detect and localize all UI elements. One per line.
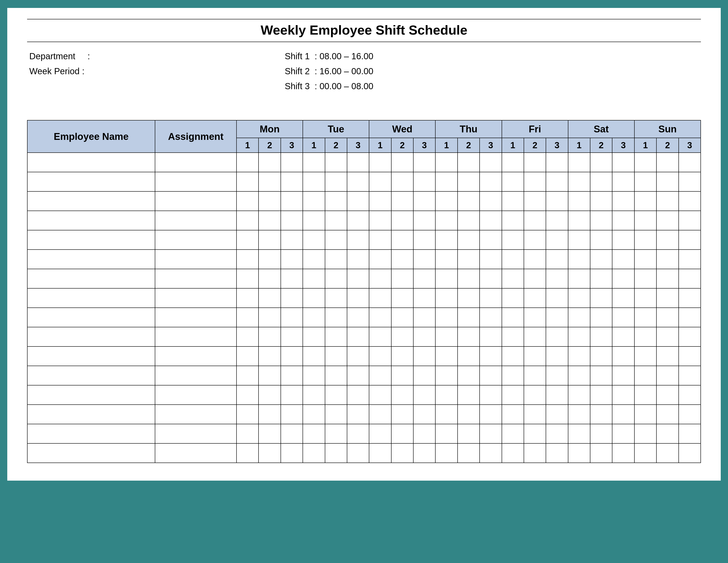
cell-shift[interactable]	[391, 191, 413, 211]
cell-shift[interactable]	[347, 385, 369, 405]
cell-shift[interactable]	[281, 443, 303, 463]
cell-employee[interactable]	[27, 443, 155, 463]
cell-shift[interactable]	[590, 230, 612, 250]
cell-shift[interactable]	[281, 230, 303, 250]
cell-shift[interactable]	[458, 191, 480, 211]
cell-shift[interactable]	[458, 172, 480, 191]
cell-employee[interactable]	[27, 230, 155, 250]
cell-shift[interactable]	[502, 308, 524, 327]
cell-shift[interactable]	[546, 327, 568, 346]
cell-shift[interactable]	[391, 230, 413, 250]
cell-shift[interactable]	[634, 230, 656, 250]
cell-assignment[interactable]	[155, 424, 237, 443]
cell-shift[interactable]	[237, 424, 259, 443]
cell-shift[interactable]	[281, 366, 303, 385]
cell-shift[interactable]	[435, 405, 457, 424]
cell-shift[interactable]	[590, 191, 612, 211]
cell-shift[interactable]	[369, 250, 391, 269]
cell-employee[interactable]	[27, 269, 155, 288]
cell-shift[interactable]	[568, 269, 590, 288]
cell-shift[interactable]	[259, 366, 281, 385]
cell-employee[interactable]	[27, 250, 155, 269]
cell-shift[interactable]	[634, 211, 656, 230]
cell-shift[interactable]	[612, 153, 634, 172]
cell-shift[interactable]	[634, 288, 656, 308]
cell-employee[interactable]	[27, 288, 155, 308]
cell-shift[interactable]	[524, 424, 546, 443]
cell-shift[interactable]	[656, 366, 678, 385]
cell-shift[interactable]	[502, 211, 524, 230]
cell-assignment[interactable]	[155, 250, 237, 269]
cell-shift[interactable]	[480, 327, 502, 346]
cell-shift[interactable]	[634, 346, 656, 366]
cell-shift[interactable]	[325, 308, 347, 327]
cell-shift[interactable]	[413, 327, 435, 346]
cell-shift[interactable]	[634, 366, 656, 385]
cell-assignment[interactable]	[155, 172, 237, 191]
cell-shift[interactable]	[347, 211, 369, 230]
cell-shift[interactable]	[480, 211, 502, 230]
cell-shift[interactable]	[634, 443, 656, 463]
cell-shift[interactable]	[502, 405, 524, 424]
cell-shift[interactable]	[546, 366, 568, 385]
cell-assignment[interactable]	[155, 308, 237, 327]
cell-shift[interactable]	[612, 385, 634, 405]
cell-shift[interactable]	[502, 443, 524, 463]
cell-shift[interactable]	[435, 443, 457, 463]
cell-shift[interactable]	[458, 211, 480, 230]
cell-shift[interactable]	[656, 443, 678, 463]
cell-shift[interactable]	[679, 269, 701, 288]
cell-assignment[interactable]	[155, 153, 237, 172]
cell-shift[interactable]	[679, 172, 701, 191]
cell-shift[interactable]	[281, 153, 303, 172]
cell-shift[interactable]	[369, 346, 391, 366]
cell-assignment[interactable]	[155, 269, 237, 288]
cell-shift[interactable]	[458, 250, 480, 269]
cell-shift[interactable]	[259, 308, 281, 327]
cell-shift[interactable]	[303, 385, 325, 405]
cell-shift[interactable]	[480, 308, 502, 327]
cell-shift[interactable]	[391, 424, 413, 443]
cell-shift[interactable]	[369, 172, 391, 191]
cell-shift[interactable]	[590, 308, 612, 327]
cell-shift[interactable]	[303, 443, 325, 463]
cell-shift[interactable]	[413, 405, 435, 424]
cell-shift[interactable]	[480, 172, 502, 191]
cell-shift[interactable]	[458, 424, 480, 443]
cell-shift[interactable]	[325, 405, 347, 424]
cell-shift[interactable]	[568, 172, 590, 191]
cell-shift[interactable]	[391, 288, 413, 308]
cell-shift[interactable]	[568, 288, 590, 308]
cell-shift[interactable]	[568, 211, 590, 230]
cell-shift[interactable]	[391, 366, 413, 385]
cell-shift[interactable]	[413, 288, 435, 308]
cell-shift[interactable]	[656, 405, 678, 424]
cell-shift[interactable]	[612, 443, 634, 463]
cell-shift[interactable]	[458, 153, 480, 172]
cell-shift[interactable]	[237, 327, 259, 346]
cell-employee[interactable]	[27, 327, 155, 346]
cell-shift[interactable]	[568, 250, 590, 269]
cell-shift[interactable]	[590, 153, 612, 172]
cell-shift[interactable]	[679, 327, 701, 346]
cell-shift[interactable]	[590, 288, 612, 308]
cell-shift[interactable]	[679, 443, 701, 463]
cell-shift[interactable]	[458, 288, 480, 308]
cell-assignment[interactable]	[155, 366, 237, 385]
cell-shift[interactable]	[458, 405, 480, 424]
cell-shift[interactable]	[413, 424, 435, 443]
cell-shift[interactable]	[435, 250, 457, 269]
cell-shift[interactable]	[656, 230, 678, 250]
cell-shift[interactable]	[480, 366, 502, 385]
cell-shift[interactable]	[237, 405, 259, 424]
cell-shift[interactable]	[369, 269, 391, 288]
cell-shift[interactable]	[413, 308, 435, 327]
cell-shift[interactable]	[413, 191, 435, 211]
cell-shift[interactable]	[325, 153, 347, 172]
cell-shift[interactable]	[325, 250, 347, 269]
cell-shift[interactable]	[347, 230, 369, 250]
cell-shift[interactable]	[568, 405, 590, 424]
cell-shift[interactable]	[612, 424, 634, 443]
cell-shift[interactable]	[656, 424, 678, 443]
cell-shift[interactable]	[391, 211, 413, 230]
